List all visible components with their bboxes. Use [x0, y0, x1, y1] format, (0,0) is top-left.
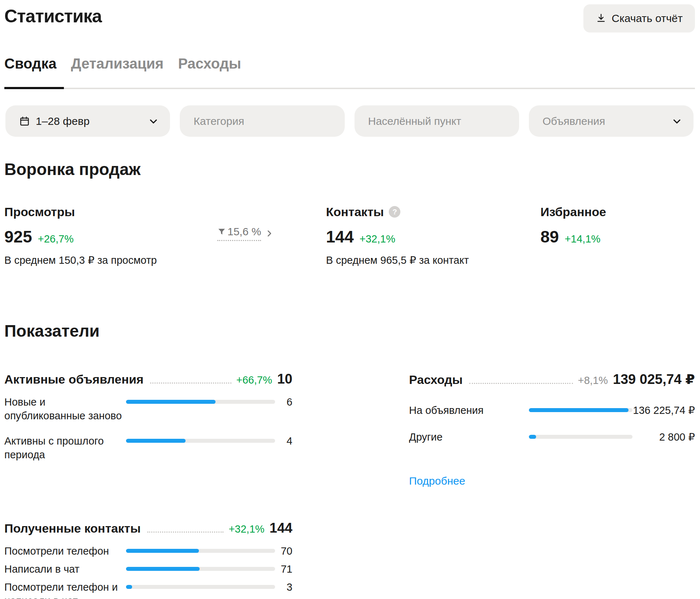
listings-filter[interactable]: Объявления [529, 105, 694, 137]
metric-row: На объявления 136 225,74 ₽ [409, 403, 695, 417]
conversion-rate-badge[interactable]: 15,6 % [217, 226, 274, 241]
download-button-label: Скачать отчёт [612, 12, 683, 25]
bar-fill [126, 585, 132, 589]
received-contacts-delta: +32,1% [229, 523, 264, 535]
active-listings-title: Активные объявления [4, 371, 144, 387]
received-contacts-title: Полученные контакты [4, 520, 141, 536]
metrics-section-title: Показатели [4, 322, 695, 340]
bar-track [126, 567, 275, 571]
download-report-button[interactable]: Скачать отчёт [583, 4, 695, 32]
details-link[interactable]: Подробнее [409, 475, 465, 487]
bar-fill [529, 435, 536, 439]
metric-row: Написали в чат 71 [4, 562, 292, 576]
favorites-title: Избранное [540, 205, 606, 219]
tab-summary[interactable]: Сводка [4, 56, 64, 89]
bar-fill [126, 400, 216, 404]
category-filter[interactable]: Категория [180, 105, 344, 137]
bar-track [529, 435, 632, 439]
chevron-right-icon [265, 229, 274, 238]
bar-track [126, 549, 275, 553]
statistics-page: Статистика Скачать отчёт Сводка Детализа… [0, 0, 700, 599]
metrics-grid: Активные объявления +66,7% 10 Новые и оп… [4, 371, 695, 487]
bar-fill [126, 567, 200, 571]
listings-placeholder: Объявления [543, 115, 605, 127]
bar-track [126, 439, 275, 443]
category-placeholder: Категория [194, 115, 244, 127]
views-title: Просмотры [4, 205, 75, 219]
metric-row: Новые и опубликованные заново 6 [4, 395, 292, 423]
dotted-leader [469, 383, 573, 384]
contacts-delta: +32,1% [360, 233, 395, 245]
dotted-leader [150, 382, 231, 384]
row-label: Посмотрели телефон и написали в чат [4, 580, 126, 599]
metric-row: Посмотрели телефон и написали в чат 3 [4, 580, 292, 599]
row-label: Другие [409, 430, 529, 444]
chevron-down-icon [148, 115, 159, 127]
expenses-title: Расходы [409, 372, 463, 388]
funnel-card-contacts: Контакты ? 144 +32,1% В среднем 965,5 ₽ … [326, 205, 540, 267]
favorites-delta: +14,1% [565, 233, 600, 245]
funnel-cards: Просмотры 925 +26,7% В среднем 150,3 ₽ з… [4, 205, 695, 267]
row-value: 4 [275, 434, 292, 448]
calendar-icon [19, 116, 30, 127]
expenses-block: Расходы +8,1% 139 025,74 ₽ На объявления… [409, 371, 695, 487]
download-icon [596, 13, 606, 24]
bar-fill [126, 439, 186, 443]
bar-track [126, 585, 275, 589]
tab-expenses[interactable]: Расходы [171, 56, 248, 89]
date-range-value: 1–28 февр [36, 115, 90, 127]
dotted-leader [147, 532, 224, 533]
views-delta: +26,7% [38, 233, 74, 245]
filter-bar: 1–28 февр Категория Населённый пункт Объ… [5, 105, 694, 137]
metric-row: Посмотрели телефон 70 [4, 544, 292, 558]
funnel-card-favorites: Избранное 89 +14,1% [540, 205, 695, 267]
funnel-card-views: Просмотры 925 +26,7% В среднем 150,3 ₽ з… [4, 205, 326, 267]
row-value: 71 [275, 562, 292, 576]
tab-bar: Сводка Детализация Расходы [4, 56, 695, 89]
conversion-rate-value: 15,6 % [227, 226, 261, 238]
received-contacts-total: 144 [270, 520, 292, 536]
favorites-value: 89 [540, 228, 559, 245]
views-value: 925 [4, 228, 32, 245]
bar-fill [126, 549, 199, 553]
row-label: Посмотрели телефон [4, 544, 126, 558]
expenses-delta: +8,1% [578, 375, 608, 386]
location-filter[interactable]: Населённый пункт [355, 105, 519, 137]
received-contacts-block: Полученные контакты +32,1% 144 Посмотрел… [4, 520, 292, 599]
active-listings-block: Активные объявления +66,7% 10 Новые и оп… [4, 371, 292, 487]
metric-row: Активны с прошлого периода 4 [4, 434, 292, 462]
location-placeholder: Населённый пункт [368, 115, 461, 127]
bar-track [126, 400, 275, 404]
tab-details[interactable]: Детализация [64, 56, 171, 89]
row-label: На объявления [409, 403, 529, 417]
funnel-icon [217, 227, 226, 236]
chevron-down-icon [671, 115, 683, 127]
row-value: 136 225,74 ₽ [632, 403, 695, 417]
contacts-title: Контакты [326, 205, 384, 219]
row-label: Активны с прошлого периода [4, 434, 126, 462]
expenses-total: 139 025,74 ₽ [613, 371, 695, 387]
help-icon[interactable]: ? [389, 206, 400, 218]
row-label: Новые и опубликованные заново [4, 395, 126, 423]
contacts-caption: В среднем 965,5 ₽ за контакт [326, 254, 540, 267]
row-value: 3 [275, 580, 292, 594]
bar-track [529, 408, 632, 412]
row-value: 6 [275, 395, 292, 409]
row-value: 70 [275, 544, 292, 558]
metric-row: Другие 2 800 ₽ [409, 430, 695, 444]
active-listings-total: 10 [277, 371, 292, 387]
date-range-filter[interactable]: 1–28 февр [5, 105, 170, 137]
contacts-value: 144 [326, 228, 354, 245]
row-label: Написали в чат [4, 562, 126, 576]
bar-fill [529, 408, 629, 412]
row-value: 2 800 ₽ [632, 430, 695, 444]
active-listings-delta: +66,7% [236, 374, 272, 386]
views-caption: В среднем 150,3 ₽ за просмотр [4, 254, 326, 267]
funnel-section-title: Воронка продаж [4, 160, 695, 179]
